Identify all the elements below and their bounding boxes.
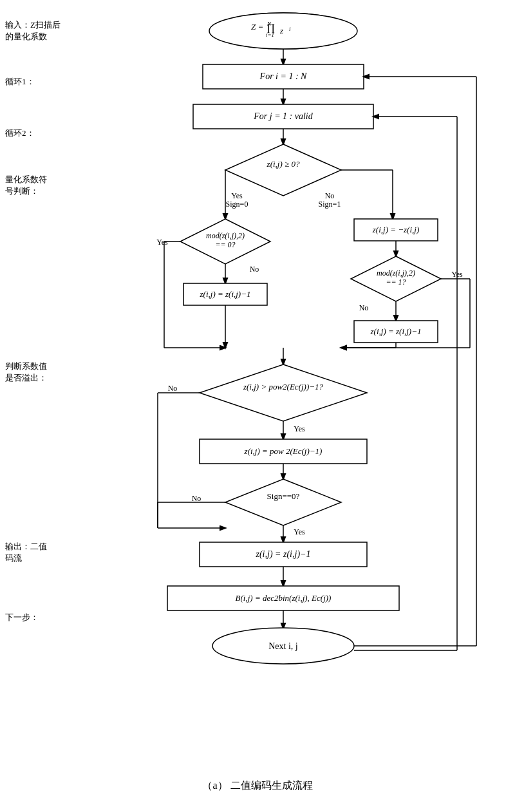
flowchart-svg: N Z = ∏ i=1 z i For i = 1 : N For j = 1 … [64,6,502,715]
label-input: 输入：Z扫描后的量化系数 [5,19,63,42]
svg-marker-13 [225,144,341,196]
svg-text:Sign==0?: Sign==0? [267,491,300,501]
svg-text:z(i,j) ≥ 0?: z(i,j) ≥ 0? [267,159,300,169]
svg-text:z(i,j) = z(i,j)−1: z(i,j) = z(i,j)−1 [370,326,422,336]
svg-text:Sign=1: Sign=1 [319,200,341,209]
label-loop1: 循环1： [5,76,63,88]
label-overflow-check: 判断系数值是否溢出： [5,361,63,384]
svg-text:z(i,j) = z(i,j)−1: z(i,j) = z(i,j)−1 [200,289,251,299]
svg-text:No: No [168,384,178,393]
svg-text:Sign=0: Sign=0 [226,200,248,209]
svg-text:No: No [250,265,259,274]
svg-text:i=1: i=1 [266,32,274,38]
svg-text:mod(z(i,j),2): mod(z(i,j),2) [206,231,245,240]
svg-text:mod(z(i,j),2): mod(z(i,j),2) [377,269,415,278]
caption-text: （a） 二值编码生成流程 [202,780,312,791]
svg-text:Yes: Yes [156,238,168,247]
svg-text:z(i,j) > pow2(Ec(j))−1?: z(i,j) > pow2(Ec(j))−1? [243,382,324,392]
svg-text:No: No [325,191,335,200]
label-output: 输出：二值码流 [5,541,63,564]
label-loop2: 循环2： [5,127,63,139]
svg-text:For j = 1 : valid: For j = 1 : valid [253,111,313,121]
svg-text:No: No [359,303,369,312]
svg-text:For i = 1 : N: For i = 1 : N [259,71,307,81]
svg-marker-51 [200,364,367,421]
svg-text:z(i,j) = pow 2(Ec(j)−1): z(i,j) = pow 2(Ec(j)−1) [244,446,323,456]
svg-text:z(i,j) = −z(i,j): z(i,j) = −z(i,j) [372,225,419,234]
svg-text:Yes: Yes [294,527,305,536]
label-sign-check: 量化系数符号判断： [5,174,63,197]
svg-text:== 0?: == 0? [215,240,235,249]
svg-text:z: z [279,26,283,35]
svg-text:== 1?: == 1? [386,278,406,287]
caption: （a） 二值编码生成流程 [0,779,515,793]
svg-text:z(i,j) = z(i,j)−1: z(i,j) = z(i,j)−1 [256,549,311,560]
svg-text:Z =: Z = [251,22,263,32]
svg-text:No: No [192,494,201,503]
label-next-step: 下一步： [5,612,63,623]
svg-text:Next i, j: Next i, j [268,641,298,651]
svg-text:Yes: Yes [294,424,305,433]
svg-marker-62 [225,479,341,525]
page: 输入：Z扫描后的量化系数 循环1： 循环2： 量化系数符号判断： 判断系数值是否… [0,0,515,812]
svg-text:Yes: Yes [231,191,243,200]
svg-text:B(i,j) = dec2bin(z(i,j), Ec(j): B(i,j) = dec2bin(z(i,j), Ec(j)) [236,593,332,603]
